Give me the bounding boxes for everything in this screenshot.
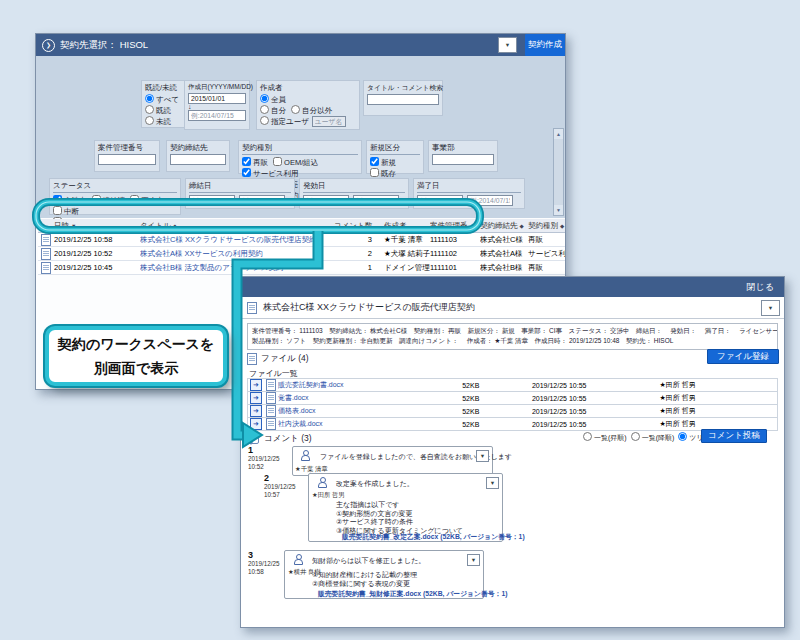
file-name-link[interactable]: 価格表.docx (278, 406, 462, 416)
meta-line1: 案件管理番号： 1111103 契約締結先： 株式会社C様 契約種別： 再販 新… (252, 326, 773, 336)
file-owner: ★田所 哲男 (659, 380, 777, 390)
comment-menu-icon[interactable]: ▼ (486, 477, 499, 489)
file-name-link[interactable]: 社内決裁.docx (278, 419, 462, 429)
case-number-input[interactable] (98, 154, 156, 165)
comment-item[interactable]: ★千葉 清章 ファイルを登録しましたので、各自査読をお願いいたします ▼ (292, 446, 493, 476)
filter-scrollbar[interactable]: ▲ ▼ (553, 128, 564, 216)
col-comments[interactable]: コメント数 (334, 221, 384, 231)
col-type[interactable]: 契約種別◆ (528, 221, 566, 231)
expire-from-input[interactable] (417, 195, 463, 206)
file-open-icon[interactable]: ➜ (250, 405, 262, 417)
created-from-input[interactable] (188, 93, 246, 104)
comment-post-button[interactable]: コメント投稿 (701, 429, 767, 443)
file-row[interactable]: ➜ 販売委託契約書.docx 52KB 2019/12/25 10:55 ★田所… (248, 379, 777, 392)
created-to-input[interactable] (188, 110, 246, 121)
file-register-button[interactable]: ファイル登録 (707, 349, 779, 364)
row-partner: 株式会社C様 (480, 235, 528, 245)
scroll-up-button[interactable]: ▲ (554, 129, 563, 139)
read-read-radio[interactable]: 既読 (145, 105, 171, 116)
scroll-down-button[interactable]: ▼ (554, 205, 563, 215)
status-renewing-checkbox[interactable]: 更改中 (130, 195, 164, 206)
attachment-link[interactable]: 販売委託契約書_改定乙案.docx (52KB, バージョン番号：1) (342, 532, 525, 542)
filter-contract-type: 契約種別 再販 OEM/組込 サービス利用 共同開発販売 スポット契約 (238, 140, 362, 174)
effective-from-input[interactable] (303, 195, 349, 206)
type-resale-checkbox[interactable]: 再販 (242, 157, 268, 168)
read-all-radio[interactable]: すべて (145, 94, 179, 105)
effective-to-input[interactable] (353, 195, 399, 206)
comment-item[interactable]: ★横井 良樹 知財部からは以下を修正しました。 ▼ ①知的財産権における記載の整… (284, 550, 484, 599)
division-input[interactable] (432, 154, 494, 165)
row-author: ドメイン管理者 (384, 263, 430, 273)
col-title[interactable]: タイトル◆ (140, 221, 334, 231)
title-search-input[interactable] (367, 94, 439, 105)
row-type: サービス利用 (528, 249, 566, 259)
comment-item[interactable]: ★田所 哲男 改定案を作成しました。 ▼ 主な指摘は以下です ①契約形態の文言の… (308, 473, 503, 542)
file-row[interactable]: ➜ 価格表.docx 52KB 2019/12/25 10:55 ★田所 哲男 (248, 405, 777, 418)
comment-date: 2019/12/25 (248, 455, 290, 463)
col-partner[interactable]: 契約締結先◆ (480, 221, 528, 231)
view-asc-radio[interactable]: 一覧(昇順) (583, 432, 627, 443)
status-concluded-checkbox[interactable]: 締結済 (92, 195, 126, 206)
file-row[interactable]: ➜ 社内決裁.docx 52KB 2019/12/25 10:55 ★田所 哲男 (248, 418, 777, 431)
file-row[interactable]: ➜ 覚書.docx 52KB 2019/12/25 10:55 ★田所 哲男 (248, 392, 777, 405)
concluded-from-input[interactable] (189, 195, 235, 206)
file-name-link[interactable]: 覚書.docx (278, 393, 462, 403)
partner-input[interactable] (170, 154, 226, 165)
expand-icon[interactable]: ❯ (42, 39, 55, 52)
comment-menu-icon[interactable]: ▼ (467, 554, 480, 566)
filter-label: 新規区分 (370, 143, 420, 155)
concluded-to-input[interactable] (239, 195, 285, 206)
document-icon (266, 405, 276, 417)
row-title-link[interactable]: 株式会社A様 XXサービスの利用契約 (140, 249, 334, 259)
filter-label: 事業部 (432, 143, 494, 153)
file-owner: ★田所 哲男 (659, 406, 777, 416)
author-self-radio[interactable]: 自分 (260, 105, 286, 116)
comment-time: 10:57 (264, 491, 306, 499)
author-specified-radio[interactable]: 指定ユーザ (260, 116, 309, 127)
row-title-link[interactable]: 株式会社B様 活文製品のアライアンス契約 (140, 263, 334, 273)
col-author[interactable]: 作成者 (384, 221, 430, 231)
read-unread-radio[interactable]: 未読 (145, 116, 171, 127)
status-negotiating-checkbox[interactable]: 交渉中 (53, 195, 87, 206)
newcat-new-checkbox[interactable]: 新規 (370, 157, 396, 168)
col-case[interactable]: 案件管理番… (430, 221, 480, 231)
callout-box: 契約のワークスペースを 別画面で表示 (45, 326, 227, 386)
author-all-radio[interactable]: 全員 (260, 94, 286, 105)
specified-user-input[interactable] (312, 116, 346, 127)
titlebar-dropdown-icon[interactable]: ▼ (498, 37, 517, 53)
file-open-icon[interactable]: ➜ (250, 379, 262, 391)
row-date: 2019/12/25 10:52 (54, 249, 140, 258)
file-open-icon[interactable]: ➜ (250, 418, 262, 430)
table-row[interactable]: 2019/12/25 10:45 株式会社B様 活文製品のアライアンス契約 1 … (38, 261, 565, 275)
expire-to-input[interactable] (467, 195, 513, 206)
filter-label: 作成者 (260, 83, 356, 93)
table-row[interactable]: 2019/12/25 10:52 株式会社A様 XXサービスの利用契約 2 ★犬… (38, 247, 565, 261)
row-author: ★犬塚 結莉子 (384, 249, 430, 259)
comment-time: 10:52 (248, 463, 290, 471)
callout-line2: 別画面で表示 (94, 356, 178, 380)
comment-number: 2 (264, 473, 306, 483)
row-partner: 株式会社A様 (480, 249, 528, 259)
file-open-icon[interactable]: ➜ (250, 392, 262, 404)
file-name-link[interactable]: 販売委託契約書.docx (278, 380, 462, 390)
author-others-radio[interactable]: 自分以外 (291, 105, 332, 116)
meta-line2: 製品種別： ソフト 契約更新種別： 非自動更新 調達向けコメント： 作成者： ★… (252, 336, 773, 346)
create-contract-button[interactable]: 契約作成 (525, 34, 565, 56)
row-comments: 3 (334, 235, 384, 244)
document-icon (41, 262, 51, 274)
filter-division: 事業部 (428, 140, 498, 172)
attachment-link[interactable]: 販売委託契約書_知財修正案.docx (52KB, バージョン番号：1) (318, 589, 507, 599)
comment-menu-icon[interactable]: ▼ (476, 450, 489, 462)
document-icon (41, 234, 51, 246)
table-row[interactable]: 2019/12/25 10:58 株式会社C様 XXクラウドサービスの販売代理店… (38, 233, 565, 247)
row-author: ★千葉 清章 (384, 235, 430, 245)
title-dropdown-icon[interactable]: ▼ (761, 300, 780, 316)
filter-label: 締結日 (189, 181, 291, 193)
close-button[interactable]: 閉じる (747, 281, 784, 294)
view-desc-radio[interactable]: 一覧(降順) (631, 432, 675, 443)
status-suspended-checkbox[interactable]: 中断 (53, 206, 79, 217)
row-title-link[interactable]: 株式会社C様 XXクラウドサービスの販売代理店契約 (140, 235, 334, 245)
col-date[interactable]: 日時▼ (54, 221, 140, 231)
type-oem-checkbox[interactable]: OEM/組込 (273, 157, 318, 168)
comment-date: 2019/12/25 (264, 483, 306, 491)
